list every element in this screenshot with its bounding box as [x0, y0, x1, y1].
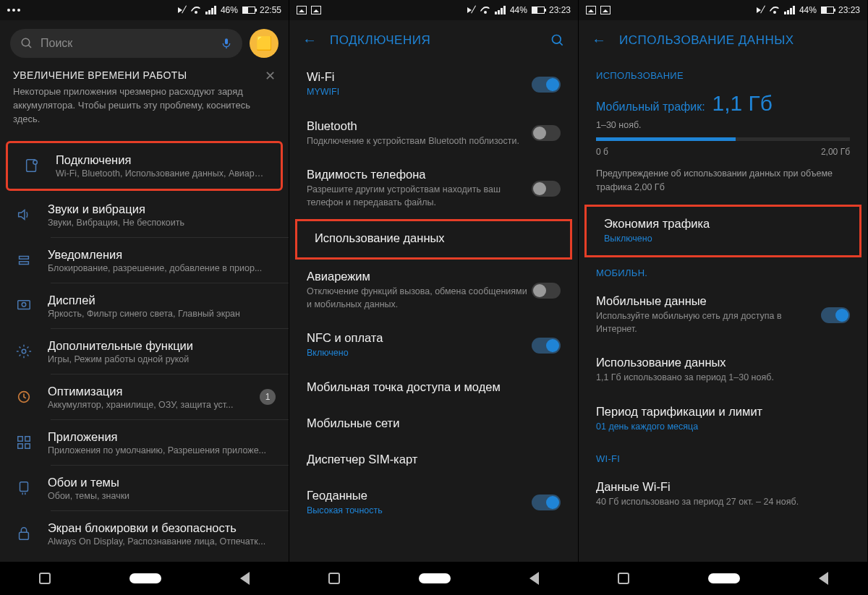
mute-icon: [178, 6, 187, 14]
battery-percent: 44%: [510, 5, 527, 15]
data-usage-screen: 44% 23:23 ← ИСПОЛЬЗОВАНИЕ ДАННЫХ ИСПОЛЬЗ…: [579, 0, 868, 595]
sim-manager-item[interactable]: Диспетчер SIM-карт: [289, 442, 578, 479]
wallpapers-item[interactable]: Обои и темыОбои, темы, значки: [0, 466, 289, 511]
battery-percent: 44%: [799, 5, 817, 15]
page-title: ПОДКЛЮЧЕНИЯ: [330, 33, 430, 48]
display-item[interactable]: ДисплейЯркость, Фильтр синего света, Гла…: [0, 283, 289, 329]
more-icon: [7, 9, 20, 12]
home-button[interactable]: [708, 573, 740, 583]
visibility-toggle[interactable]: [532, 181, 561, 197]
bluetooth-item[interactable]: BluetoothПодключение к устройствам Bluet…: [289, 109, 578, 158]
svg-rect-14: [18, 444, 22, 448]
battery-icon: [242, 7, 255, 14]
mute-icon: [467, 6, 476, 14]
data-usage-item[interactable]: Использование данных: [295, 219, 572, 260]
lockscreen-item[interactable]: Экран блокировки и безопасностьAlways On…: [0, 511, 289, 557]
sounds-item[interactable]: Звуки и вибрацияЗвуки, Вибрация, Не бесп…: [0, 192, 289, 238]
back-arrow-icon[interactable]: ←: [302, 32, 317, 48]
nav-bar: [579, 562, 867, 595]
connections-item[interactable]: ПодключенияWi-Fi, Bluetooth, Использован…: [6, 141, 283, 191]
airplane-item[interactable]: АвиарежимОтключение функций вызова, обме…: [289, 260, 578, 321]
maintenance-icon: [13, 389, 35, 405]
usage-label: Мобильный трафик:: [596, 100, 705, 114]
wifi-toggle[interactable]: [532, 77, 561, 93]
svg-rect-15: [25, 444, 30, 448]
scale-max: 2,00 Гб: [821, 147, 850, 157]
battery-banner[interactable]: УВЕЛИЧЕНИЕ ВРЕМЕНИ РАБОТЫ Некоторые прил…: [0, 67, 289, 140]
svg-point-9: [22, 302, 26, 307]
search-icon: [20, 37, 33, 50]
recent-apps-button[interactable]: [328, 573, 340, 584]
back-arrow-icon[interactable]: ←: [592, 32, 606, 48]
svg-rect-7: [20, 262, 29, 265]
mobile-networks-item[interactable]: Мобильные сети: [289, 406, 578, 442]
mobile-usage-item[interactable]: Использование данных 1,1 Гб использовано…: [579, 346, 867, 395]
clock: 23:23: [549, 5, 571, 15]
connections-icon: [21, 158, 43, 174]
search-icon[interactable]: [550, 33, 565, 48]
svg-line-19: [560, 42, 563, 45]
battery-icon: [821, 7, 834, 14]
lock-icon: [13, 526, 35, 542]
banner-title: УВЕЛИЧЕНИЕ ВРЕМЕНИ РАБОТЫ: [13, 69, 276, 81]
usage-bar: [596, 137, 850, 141]
section-mobile: МОБИЛЬН.: [579, 257, 867, 284]
svg-rect-16: [20, 482, 28, 492]
recent-apps-button[interactable]: [39, 573, 51, 584]
nfc-item[interactable]: NFC и оплатаВключено: [289, 321, 578, 370]
nav-bar: [289, 562, 578, 595]
maintenance-item[interactable]: ОптимизацияАккумулятор, хранилище, ОЗУ, …: [0, 374, 289, 420]
sound-icon: [13, 207, 35, 223]
profile-avatar[interactable]: 🟨: [250, 29, 278, 58]
notifications-icon: [13, 252, 35, 268]
bluetooth-toggle[interactable]: [532, 125, 561, 141]
svg-rect-6: [20, 257, 29, 260]
apps-item[interactable]: ПриложенияПриложения по умолчанию, Разре…: [0, 420, 289, 466]
screenshot-icon: [586, 6, 596, 14]
home-button[interactable]: [129, 573, 161, 583]
back-button[interactable]: [529, 572, 539, 585]
wallpaper-icon: [13, 480, 35, 496]
signal-icon: [205, 6, 216, 14]
mobile-data-toggle[interactable]: [821, 307, 850, 323]
clock: 22:55: [260, 5, 281, 15]
svg-rect-12: [18, 437, 22, 441]
battery-icon: [532, 7, 545, 14]
nav-bar: [0, 562, 289, 595]
signal-icon: [495, 6, 506, 14]
nfc-toggle[interactable]: [532, 338, 561, 354]
advanced-item[interactable]: Дополнительные функцииИгры, Режим работы…: [0, 329, 289, 374]
search-input[interactable]: Поиск: [10, 29, 242, 58]
wifi-item[interactable]: Wi-FiMYWIFI: [289, 60, 578, 109]
microphone-icon[interactable]: [221, 36, 232, 51]
hotspot-item[interactable]: Мобильная точка доступа и модем: [289, 370, 578, 406]
visibility-item[interactable]: Видимость телефонаРазрешите другим устро…: [289, 158, 578, 219]
section-usage: ИСПОЛЬЗОВАНИЕ: [579, 60, 867, 87]
screenshot-icon: [297, 6, 307, 14]
wifi-icon: [770, 7, 780, 14]
usage-block[interactable]: Мобильный трафик: 1,1 Гб 1–30 нояб. 0 б …: [579, 87, 867, 205]
settings-main-screen: 46% 22:55 Поиск 🟨 УВЕЛИЧЕНИЕ ВРЕМЕНИ РАБ…: [0, 0, 289, 595]
location-toggle[interactable]: [532, 495, 561, 510]
signal-icon: [784, 6, 795, 14]
scale-min: 0 б: [596, 147, 608, 157]
screenshot-icon: [311, 6, 321, 14]
svg-rect-2: [225, 38, 228, 44]
svg-point-0: [22, 38, 30, 46]
back-button[interactable]: [240, 572, 250, 585]
notifications-item[interactable]: УведомленияБлокирование, разрешение, доб…: [0, 238, 289, 283]
recent-apps-button[interactable]: [618, 573, 629, 584]
back-button[interactable]: [819, 572, 828, 585]
data-saver-item[interactable]: Экономия трафика Выключено: [584, 205, 861, 258]
usage-value: 1,1 Гб: [712, 91, 773, 116]
home-button[interactable]: [419, 573, 451, 583]
wifi-data-item[interactable]: Данные Wi-Fi 40 Гб использовано за перио…: [579, 470, 867, 519]
airplane-toggle[interactable]: [532, 283, 561, 299]
mobile-data-item[interactable]: Мобильные данные Используйте мобильную с…: [579, 284, 867, 346]
advanced-icon: [13, 343, 35, 359]
billing-cycle-item[interactable]: Период тарификации и лимит 01 день каждо…: [579, 395, 867, 444]
clock: 23:23: [838, 5, 860, 15]
wifi-icon: [480, 7, 490, 14]
close-icon[interactable]: ✕: [265, 68, 276, 84]
location-item[interactable]: ГеоданныеВысокая точность: [289, 479, 578, 528]
